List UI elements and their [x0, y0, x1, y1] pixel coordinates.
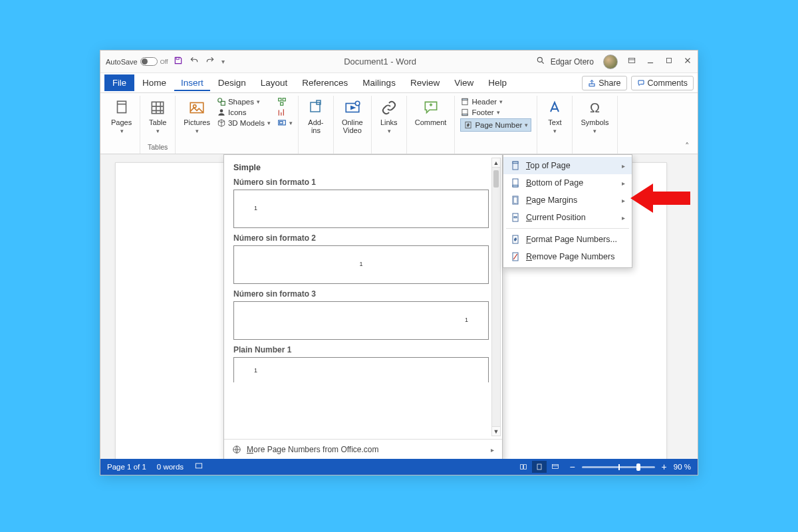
shapes-button[interactable]: Shapes▾: [217, 97, 271, 106]
tab-review[interactable]: Review: [404, 74, 446, 91]
document-canvas: Simple Número sin formato 1 1 Número sin…: [100, 154, 698, 459]
minimize-icon[interactable]: [646, 56, 655, 67]
qat-customize-icon[interactable]: ▾: [221, 58, 225, 65]
gallery-more-link[interactable]: More Page Numbers from Office.com ▸: [224, 439, 502, 459]
header-label: Header: [471, 98, 497, 106]
svg-rect-3: [667, 59, 672, 63]
addins-label: Add- ins: [308, 118, 323, 134]
menu-current-position[interactable]: Current Position ▸: [503, 209, 632, 226]
status-page[interactable]: Page 1 of 1: [107, 463, 146, 471]
links-button[interactable]: Links ▾: [377, 97, 401, 136]
share-label: Share: [598, 78, 620, 88]
account-name[interactable]: Edgar Otero: [551, 57, 594, 66]
tab-design[interactable]: Design: [211, 74, 253, 91]
tab-references[interactable]: References: [295, 74, 354, 91]
scroll-thumb[interactable]: [493, 170, 499, 188]
svg-rect-33: [513, 197, 517, 203]
menu-top-of-page[interactable]: Top of Page ▸: [503, 157, 632, 174]
gallery-entry-name: Número sin formato 2: [233, 233, 489, 243]
comment-icon: [422, 98, 440, 117]
smartart-button[interactable]: [277, 97, 293, 106]
gallery-entry[interactable]: 1: [233, 245, 489, 284]
pictures-button[interactable]: Pictures ▾: [181, 97, 213, 136]
menu-format-page-numbers[interactable]: # Format Page Numbers...: [503, 231, 632, 248]
svg-rect-2: [628, 59, 634, 63]
svg-marker-42: [630, 184, 690, 213]
format-numbers-icon: #: [510, 234, 521, 245]
tab-home[interactable]: Home: [136, 74, 173, 91]
tab-insert[interactable]: Insert: [174, 74, 210, 91]
menu-remove-page-numbers[interactable]: Remove Page Numbers: [503, 248, 632, 265]
ribbon-display-icon[interactable]: [627, 56, 636, 67]
status-language-icon[interactable]: [194, 462, 203, 472]
icons-button[interactable]: Icons: [217, 108, 271, 117]
footer-button[interactable]: Footer▾: [460, 108, 531, 117]
view-mode-switcher: [516, 461, 563, 473]
zoom-slider[interactable]: [582, 466, 655, 468]
svg-rect-29: [513, 162, 518, 164]
menu-separator: [506, 228, 629, 229]
gallery-entry[interactable]: 1: [233, 190, 489, 228]
comment-label: Comment: [415, 118, 447, 126]
title-right: Edgar Otero: [551, 55, 692, 69]
page-current-icon: [510, 212, 521, 223]
tab-layout[interactable]: Layout: [254, 74, 295, 91]
menu-label: Current Position: [526, 213, 616, 222]
word-window: AutoSave Off ▾ Document1 - Word Edgar Ot…: [100, 50, 698, 475]
pages-button[interactable]: Pages ▾: [108, 97, 134, 136]
save-icon[interactable]: [174, 56, 183, 67]
zoom-level[interactable]: 90 %: [674, 463, 691, 471]
web-layout-icon[interactable]: [548, 461, 563, 473]
zoom-in-icon[interactable]: +: [662, 462, 667, 472]
comments-label: Comments: [648, 78, 688, 88]
addins-button[interactable]: Add- ins: [304, 97, 328, 136]
status-words[interactable]: 0 words: [157, 463, 184, 471]
gallery-entry[interactable]: 1: [233, 301, 489, 340]
quick-access-toolbar: ▾: [174, 56, 225, 67]
chevron-down-icon: ▾: [120, 128, 124, 134]
print-layout-icon[interactable]: [532, 461, 547, 473]
screenshot-button[interactable]: ▾: [277, 118, 293, 128]
table-button[interactable]: Table ▾: [146, 97, 170, 136]
search-icon[interactable]: [536, 56, 545, 67]
menu-bottom-of-page[interactable]: Bottom of Page ▸: [503, 174, 632, 192]
comment-button[interactable]: Comment: [412, 97, 450, 128]
chart-button[interactable]: [277, 108, 293, 117]
scroll-up-icon[interactable]: ▲: [492, 158, 500, 168]
svg-rect-41: [553, 465, 559, 469]
share-button[interactable]: Share: [582, 76, 626, 90]
3d-models-button[interactable]: 3D Models▾: [217, 118, 271, 128]
redo-icon[interactable]: [205, 56, 215, 67]
menu-label: Bottom of Page: [526, 178, 616, 188]
menu-page-margins[interactable]: Page Margins ▸: [503, 192, 632, 209]
page-number-button[interactable]: # Page Number▾: [460, 118, 531, 132]
tab-file[interactable]: File: [104, 74, 134, 91]
scroll-down-icon[interactable]: ▼: [492, 426, 500, 436]
page-number-menu: Top of Page ▸ Bottom of Page ▸ Page Marg…: [503, 154, 632, 268]
gallery-entry[interactable]: 1: [233, 357, 489, 382]
comments-button[interactable]: Comments: [631, 76, 694, 90]
tab-view[interactable]: View: [448, 74, 480, 91]
shapes-label: Shapes: [228, 98, 254, 106]
chevron-down-icon: ▾: [196, 128, 199, 134]
svg-rect-16: [279, 122, 283, 124]
read-mode-icon[interactable]: [516, 461, 531, 473]
autosave-toggle[interactable]: AutoSave Off: [106, 57, 168, 66]
tab-mailings[interactable]: Mailings: [356, 74, 402, 91]
page-margins-icon: [510, 195, 521, 205]
header-button[interactable]: Header▾: [460, 97, 531, 106]
maximize-icon[interactable]: [664, 56, 674, 67]
online-video-button[interactable]: Online Video: [339, 97, 366, 136]
close-icon[interactable]: [683, 56, 692, 67]
undo-icon[interactable]: [190, 56, 199, 67]
gallery-scrollbar[interactable]: ▲ ▼: [491, 158, 501, 436]
svg-point-20: [355, 101, 360, 106]
symbols-button[interactable]: Ω Symbols ▾: [578, 97, 611, 136]
collapse-ribbon-icon[interactable]: ˄: [680, 138, 695, 154]
text-button[interactable]: Text ▾: [543, 97, 567, 136]
zoom-out-icon[interactable]: −: [569, 462, 575, 472]
tab-help[interactable]: Help: [481, 74, 513, 91]
zoom-knob[interactable]: [636, 464, 640, 471]
avatar[interactable]: [603, 55, 618, 69]
icons-label: Icons: [228, 108, 247, 116]
